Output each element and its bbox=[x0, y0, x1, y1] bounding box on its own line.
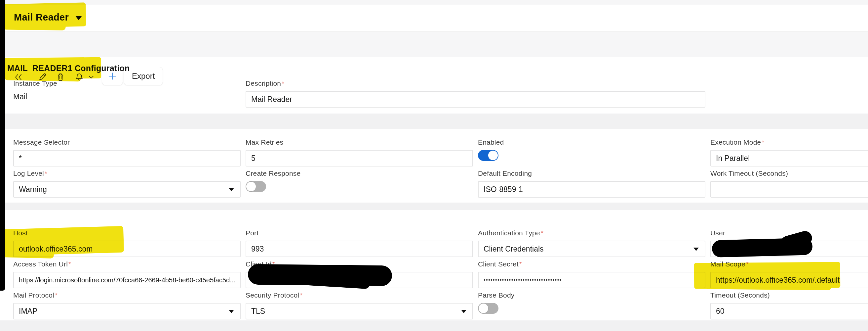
enabled-label: Enabled bbox=[478, 138, 504, 146]
page-title-text: Mail Reader bbox=[14, 12, 69, 23]
access-token-url-label: Access Token Url bbox=[13, 260, 68, 268]
security-protocol-value: TLS bbox=[251, 307, 265, 316]
field-log-level: Log Level* Warning bbox=[13, 169, 241, 198]
mail-protocol-value: IMAP bbox=[19, 307, 37, 316]
authentication-type-value: Client Credentials bbox=[484, 245, 544, 253]
field-description: Description* bbox=[246, 79, 705, 108]
mail-protocol-label: Mail Protocol bbox=[13, 291, 54, 299]
required-asterisk: * bbox=[746, 260, 749, 268]
field-message-selector: Message Selector bbox=[13, 138, 241, 166]
toolbar: Export bbox=[0, 31, 868, 57]
log-level-label: Log Level bbox=[13, 169, 44, 177]
caret-down-icon bbox=[229, 310, 234, 313]
redaction-marker-left-edge bbox=[0, 0, 5, 291]
required-asterisk: * bbox=[762, 139, 764, 146]
security-protocol-select[interactable]: TLS bbox=[246, 303, 473, 320]
form-row: Host Port Authentication Type* Client Cr… bbox=[13, 229, 868, 257]
toggle-knob bbox=[478, 304, 488, 313]
parse-body-label: Parse Body bbox=[478, 291, 515, 299]
field-security-protocol: Security Protocol* TLS bbox=[246, 291, 473, 320]
user-input[interactable] bbox=[710, 241, 868, 257]
max-retries-label: Max Retries bbox=[246, 138, 283, 146]
field-parse-body: Parse Body bbox=[478, 291, 705, 320]
execution-mode-input[interactable] bbox=[710, 150, 868, 166]
default-encoding-input[interactable] bbox=[478, 181, 705, 198]
top-strip bbox=[0, 0, 868, 5]
field-instance-type: Instance Type Mail bbox=[13, 79, 241, 108]
mail-scope-input[interactable] bbox=[710, 272, 868, 288]
form-row: Message Selector Max Retries Enabled Exe… bbox=[13, 138, 868, 166]
authentication-type-select[interactable]: Client Credentials bbox=[478, 241, 705, 257]
user-label: User bbox=[710, 229, 725, 237]
required-asterisk: * bbox=[519, 260, 522, 268]
log-level-select[interactable]: Warning bbox=[13, 181, 241, 198]
field-work-timeout: Work Timeout (Seconds) bbox=[710, 169, 868, 198]
required-asterisk: * bbox=[44, 170, 47, 177]
execution-mode-label: Execution Mode bbox=[710, 138, 761, 146]
configuration-section-title: MAIL_READER1 Configuration bbox=[7, 63, 130, 73]
message-selector-input[interactable] bbox=[13, 150, 241, 166]
description-input[interactable] bbox=[246, 91, 705, 108]
field-client-secret: Client Secret* •••••••••••••••••••••••••… bbox=[478, 260, 705, 288]
client-id-input[interactable] bbox=[246, 272, 473, 288]
required-asterisk: * bbox=[300, 292, 303, 299]
host-label: Host bbox=[13, 229, 28, 237]
create-response-label: Create Response bbox=[246, 169, 301, 177]
host-input[interactable] bbox=[13, 241, 241, 257]
field-mail-protocol: Mail Protocol* IMAP bbox=[13, 291, 241, 320]
client-secret-label: Client Secret bbox=[478, 260, 519, 268]
form-row: Log Level* Warning Create Response Defau… bbox=[13, 169, 868, 198]
field-execution-mode: Execution Mode* bbox=[710, 138, 868, 166]
form-row: Mail Protocol* IMAP Security Protocol* T… bbox=[13, 291, 868, 320]
field-default-encoding: Default Encoding bbox=[478, 169, 705, 198]
caret-down-icon bbox=[461, 310, 466, 313]
required-asterisk: * bbox=[68, 260, 71, 268]
instance-type-label: Instance Type bbox=[13, 79, 57, 87]
form-row: Access Token Url* Client Id* Client Secr… bbox=[13, 260, 868, 288]
section-divider bbox=[0, 321, 868, 331]
mail-protocol-select[interactable]: IMAP bbox=[13, 303, 241, 320]
client-id-label: Client Id bbox=[246, 260, 272, 268]
parse-body-toggle[interactable] bbox=[478, 303, 498, 314]
field-port: Port bbox=[246, 229, 473, 257]
required-asterisk: * bbox=[55, 292, 58, 299]
port-input[interactable] bbox=[246, 241, 473, 257]
mail-reader-config-screen: Mail Reader Export MAIL_RE bbox=[0, 0, 868, 331]
section-divider bbox=[0, 202, 868, 210]
max-retries-input[interactable] bbox=[246, 150, 473, 166]
required-asterisk: * bbox=[272, 260, 275, 268]
field-user: User bbox=[710, 229, 868, 257]
field-create-response: Create Response bbox=[246, 169, 473, 198]
default-encoding-label: Default Encoding bbox=[478, 169, 532, 177]
caret-down-icon bbox=[693, 248, 699, 251]
field-access-token-url: Access Token Url* bbox=[13, 260, 241, 288]
create-response-toggle[interactable] bbox=[246, 181, 266, 192]
toggle-knob bbox=[246, 182, 256, 191]
instance-type-value: Mail bbox=[13, 92, 241, 101]
field-authentication-type: Authentication Type* Client Credentials bbox=[478, 229, 705, 257]
enabled-toggle[interactable] bbox=[478, 150, 498, 161]
client-secret-input[interactable]: •••••••••••••••••••••••••••••••••• bbox=[478, 272, 705, 288]
field-client-id: Client Id* bbox=[246, 260, 473, 288]
field-host: Host bbox=[13, 229, 241, 257]
required-asterisk: * bbox=[282, 80, 284, 87]
title-dropdown-caret-icon bbox=[75, 16, 82, 20]
security-protocol-label: Security Protocol bbox=[246, 291, 299, 299]
access-token-url-input[interactable] bbox=[13, 272, 241, 288]
field-max-retries: Max Retries bbox=[246, 138, 473, 166]
required-asterisk: * bbox=[541, 229, 544, 237]
toggle-knob bbox=[488, 150, 498, 160]
field-mail-scope: Mail Scope* bbox=[710, 260, 868, 288]
description-label: Description bbox=[246, 79, 281, 87]
mail-scope-label: Mail Scope bbox=[710, 260, 745, 268]
log-level-value: Warning bbox=[19, 185, 47, 194]
work-timeout-input[interactable] bbox=[710, 181, 868, 198]
field-enabled: Enabled bbox=[478, 138, 705, 166]
timeout-label: Timeout (Seconds) bbox=[710, 291, 770, 299]
caret-down-icon bbox=[229, 188, 234, 191]
section-divider bbox=[0, 113, 868, 129]
timeout-input[interactable] bbox=[710, 303, 868, 320]
message-selector-label: Message Selector bbox=[13, 138, 70, 146]
work-timeout-label: Work Timeout (Seconds) bbox=[710, 169, 788, 177]
page-title[interactable]: Mail Reader bbox=[14, 12, 82, 23]
